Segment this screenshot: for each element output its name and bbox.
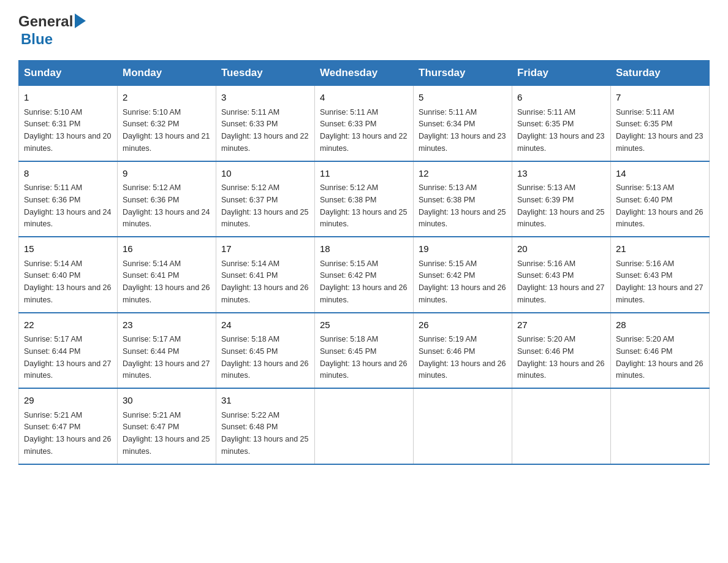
calendar-cell: 14Sunrise: 5:13 AMSunset: 6:40 PMDayligh… <box>611 161 710 237</box>
calendar-cell: 20Sunrise: 5:16 AMSunset: 6:43 PMDayligh… <box>512 237 611 313</box>
calendar-cell: 17Sunrise: 5:14 AMSunset: 6:41 PMDayligh… <box>216 237 315 313</box>
day-number: 17 <box>221 242 309 256</box>
day-number: 1 <box>24 91 112 105</box>
calendar-cell: 18Sunrise: 5:15 AMSunset: 6:42 PMDayligh… <box>315 237 414 313</box>
day-number: 2 <box>123 91 211 105</box>
day-number: 6 <box>517 91 605 105</box>
day-info: Sunrise: 5:10 AMSunset: 6:31 PMDaylight:… <box>24 108 111 153</box>
calendar-cell <box>414 388 512 464</box>
day-number: 21 <box>616 242 704 256</box>
day-number: 18 <box>320 242 408 256</box>
day-header-saturday: Saturday <box>611 61 710 86</box>
calendar-cell <box>315 388 414 464</box>
day-number: 27 <box>517 318 605 332</box>
calendar-cell: 16Sunrise: 5:14 AMSunset: 6:41 PMDayligh… <box>118 237 216 313</box>
calendar-cell: 7Sunrise: 5:11 AMSunset: 6:35 PMDaylight… <box>611 86 710 161</box>
day-info: Sunrise: 5:12 AMSunset: 6:38 PMDaylight:… <box>320 183 407 228</box>
day-number: 26 <box>419 318 507 332</box>
calendar-cell: 22Sunrise: 5:17 AMSunset: 6:44 PMDayligh… <box>19 313 118 389</box>
calendar-cell: 8Sunrise: 5:11 AMSunset: 6:36 PMDaylight… <box>19 161 118 237</box>
calendar-cell: 6Sunrise: 5:11 AMSunset: 6:35 PMDaylight… <box>512 86 611 161</box>
day-info: Sunrise: 5:15 AMSunset: 6:42 PMDaylight:… <box>320 259 407 304</box>
logo: General Blue <box>18 12 86 48</box>
day-number: 25 <box>320 318 408 332</box>
day-number: 23 <box>123 318 211 332</box>
day-info: Sunrise: 5:19 AMSunset: 6:46 PMDaylight:… <box>419 335 506 380</box>
calendar-week-5: 29Sunrise: 5:21 AMSunset: 6:47 PMDayligh… <box>19 388 710 464</box>
day-number: 24 <box>221 318 309 332</box>
day-info: Sunrise: 5:18 AMSunset: 6:45 PMDaylight:… <box>221 335 308 380</box>
calendar-cell: 24Sunrise: 5:18 AMSunset: 6:45 PMDayligh… <box>216 313 315 389</box>
day-info: Sunrise: 5:20 AMSunset: 6:46 PMDaylight:… <box>616 335 703 380</box>
calendar-cell: 19Sunrise: 5:15 AMSunset: 6:42 PMDayligh… <box>414 237 512 313</box>
day-number: 8 <box>24 167 112 181</box>
day-info: Sunrise: 5:11 AMSunset: 6:35 PMDaylight:… <box>517 108 604 153</box>
day-info: Sunrise: 5:15 AMSunset: 6:42 PMDaylight:… <box>419 259 506 304</box>
day-number: 7 <box>616 91 704 105</box>
calendar-cell: 11Sunrise: 5:12 AMSunset: 6:38 PMDayligh… <box>315 161 414 237</box>
calendar-body: 1Sunrise: 5:10 AMSunset: 6:31 PMDaylight… <box>19 86 710 464</box>
day-info: Sunrise: 5:17 AMSunset: 6:44 PMDaylight:… <box>24 335 111 380</box>
day-info: Sunrise: 5:13 AMSunset: 6:39 PMDaylight:… <box>517 183 604 228</box>
calendar-cell: 3Sunrise: 5:11 AMSunset: 6:33 PMDaylight… <box>216 86 315 161</box>
day-info: Sunrise: 5:21 AMSunset: 6:47 PMDaylight:… <box>123 411 210 456</box>
day-number: 4 <box>320 91 408 105</box>
day-info: Sunrise: 5:13 AMSunset: 6:38 PMDaylight:… <box>419 183 506 228</box>
calendar-week-3: 15Sunrise: 5:14 AMSunset: 6:40 PMDayligh… <box>19 237 710 313</box>
day-info: Sunrise: 5:21 AMSunset: 6:47 PMDaylight:… <box>24 411 111 456</box>
day-header-wednesday: Wednesday <box>315 61 414 86</box>
calendar-table: SundayMondayTuesdayWednesdayThursdayFrid… <box>18 60 710 465</box>
day-info: Sunrise: 5:12 AMSunset: 6:37 PMDaylight:… <box>221 183 308 228</box>
svg-marker-0 <box>75 13 86 28</box>
day-info: Sunrise: 5:11 AMSunset: 6:34 PMDaylight:… <box>419 108 506 153</box>
calendar-week-2: 8Sunrise: 5:11 AMSunset: 6:36 PMDaylight… <box>19 161 710 237</box>
day-info: Sunrise: 5:16 AMSunset: 6:43 PMDaylight:… <box>517 259 604 304</box>
calendar-cell: 13Sunrise: 5:13 AMSunset: 6:39 PMDayligh… <box>512 161 611 237</box>
day-info: Sunrise: 5:14 AMSunset: 6:41 PMDaylight:… <box>123 259 210 304</box>
logo-triangle <box>75 13 86 31</box>
day-number: 16 <box>123 242 211 256</box>
calendar-cell: 28Sunrise: 5:20 AMSunset: 6:46 PMDayligh… <box>611 313 710 389</box>
calendar-cell: 4Sunrise: 5:11 AMSunset: 6:33 PMDaylight… <box>315 86 414 161</box>
day-number: 10 <box>221 167 309 181</box>
calendar-cell: 12Sunrise: 5:13 AMSunset: 6:38 PMDayligh… <box>414 161 512 237</box>
day-number: 3 <box>221 91 309 105</box>
calendar-cell <box>611 388 710 464</box>
calendar-cell: 9Sunrise: 5:12 AMSunset: 6:36 PMDaylight… <box>118 161 216 237</box>
page-header: General Blue <box>18 12 710 48</box>
day-info: Sunrise: 5:14 AMSunset: 6:40 PMDaylight:… <box>24 259 111 304</box>
calendar-cell: 25Sunrise: 5:18 AMSunset: 6:45 PMDayligh… <box>315 313 414 389</box>
day-info: Sunrise: 5:13 AMSunset: 6:40 PMDaylight:… <box>616 183 703 228</box>
day-info: Sunrise: 5:14 AMSunset: 6:41 PMDaylight:… <box>221 259 308 304</box>
day-number: 11 <box>320 167 408 181</box>
day-number: 15 <box>24 242 112 256</box>
calendar-cell: 10Sunrise: 5:12 AMSunset: 6:37 PMDayligh… <box>216 161 315 237</box>
day-number: 13 <box>517 167 605 181</box>
calendar-cell: 21Sunrise: 5:16 AMSunset: 6:43 PMDayligh… <box>611 237 710 313</box>
day-number: 14 <box>616 167 704 181</box>
day-info: Sunrise: 5:17 AMSunset: 6:44 PMDaylight:… <box>123 335 210 380</box>
day-number: 29 <box>24 394 112 408</box>
calendar-cell: 23Sunrise: 5:17 AMSunset: 6:44 PMDayligh… <box>118 313 216 389</box>
calendar-week-4: 22Sunrise: 5:17 AMSunset: 6:44 PMDayligh… <box>19 313 710 389</box>
day-info: Sunrise: 5:12 AMSunset: 6:36 PMDaylight:… <box>123 183 210 228</box>
calendar-cell: 5Sunrise: 5:11 AMSunset: 6:34 PMDaylight… <box>414 86 512 161</box>
day-number: 31 <box>221 394 309 408</box>
day-number: 22 <box>24 318 112 332</box>
day-info: Sunrise: 5:11 AMSunset: 6:35 PMDaylight:… <box>616 108 703 153</box>
calendar-cell: 29Sunrise: 5:21 AMSunset: 6:47 PMDayligh… <box>19 388 118 464</box>
calendar-header: SundayMondayTuesdayWednesdayThursdayFrid… <box>19 61 710 86</box>
day-header-tuesday: Tuesday <box>216 61 315 86</box>
calendar-cell: 2Sunrise: 5:10 AMSunset: 6:32 PMDaylight… <box>118 86 216 161</box>
day-header-sunday: Sunday <box>19 61 118 86</box>
calendar-cell <box>512 388 611 464</box>
calendar-week-1: 1Sunrise: 5:10 AMSunset: 6:31 PMDaylight… <box>19 86 710 161</box>
day-info: Sunrise: 5:11 AMSunset: 6:33 PMDaylight:… <box>320 108 407 153</box>
day-info: Sunrise: 5:22 AMSunset: 6:48 PMDaylight:… <box>221 411 308 456</box>
calendar-cell: 31Sunrise: 5:22 AMSunset: 6:48 PMDayligh… <box>216 388 315 464</box>
day-info: Sunrise: 5:20 AMSunset: 6:46 PMDaylight:… <box>517 335 604 380</box>
day-info: Sunrise: 5:11 AMSunset: 6:33 PMDaylight:… <box>221 108 308 153</box>
header-row: SundayMondayTuesdayWednesdayThursdayFrid… <box>19 61 710 86</box>
day-info: Sunrise: 5:18 AMSunset: 6:45 PMDaylight:… <box>320 335 407 380</box>
calendar-cell: 27Sunrise: 5:20 AMSunset: 6:46 PMDayligh… <box>512 313 611 389</box>
